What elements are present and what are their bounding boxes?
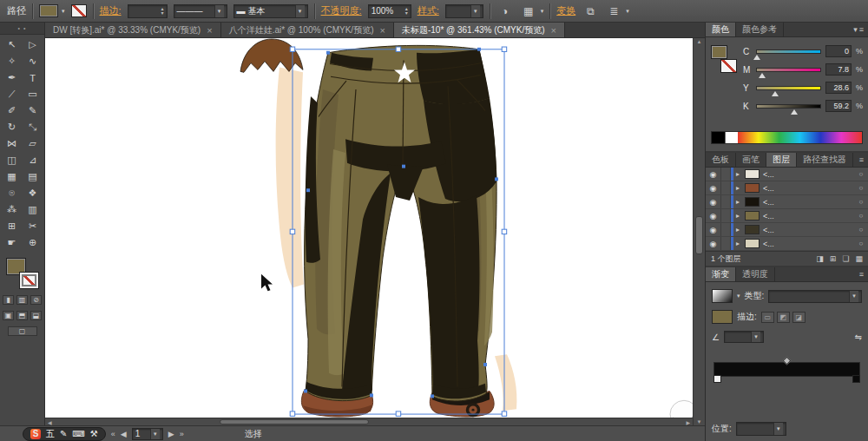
panel-tab-颜色参考[interactable]: 颜色参考 [736,23,784,36]
slider-value-input[interactable]: 7.8 [825,63,852,76]
layer-expand-triangle[interactable]: ▸ [736,240,745,247]
draw-inside-button[interactable]: ⬓ [30,311,42,320]
column-graph-tool[interactable]: ▥ [23,201,43,218]
recolor-artwork-icon[interactable]: ◑ [496,3,514,19]
screen-mode-button[interactable]: ▢ [8,326,37,336]
panel-tab-色板[interactable]: 色板 [706,153,736,167]
dropdown-icon[interactable]: ▾ [541,8,544,15]
layer-target-circle[interactable]: ○ [854,212,868,220]
color-spectrum[interactable] [711,131,863,144]
layer-visibility-toggle[interactable]: ◉ [706,195,721,208]
pencil-tool[interactable]: ✎ [23,102,43,119]
slider-value-input[interactable]: 28.6 [825,82,852,94]
panel-tab-图层[interactable]: 图层 [766,153,797,167]
gradient-angle-combo[interactable]: ▾ [724,331,764,343]
layer-target-circle[interactable]: ○ [854,170,868,178]
hand-tool[interactable]: ☛ [2,234,23,251]
slider-track[interactable] [756,104,821,109]
eyedropper-tool[interactable]: ⌾ [2,185,23,201]
magic-wand-tool[interactable]: ✧ [2,53,23,69]
last-artboard-button[interactable]: » [180,430,184,438]
color-button[interactable]: ▮ [3,295,14,305]
layer-target-circle[interactable]: ○ [854,198,868,206]
layer-target-circle[interactable]: ○ [854,226,868,234]
horizontal-scroll-thumb[interactable] [220,419,369,425]
floating-ball[interactable] [670,400,693,418]
gradient-panel-menu-icon[interactable]: ≡ [855,267,868,281]
direct-selection-tool[interactable]: ▷ [23,36,43,53]
layer-target-circle[interactable]: ○ [854,240,868,247]
gradient-along-stroke-button[interactable]: ◩ [777,312,790,323]
layer-lock-cell[interactable] [721,181,731,194]
new-layer-button[interactable]: ❏ [842,254,849,263]
lasso-tool[interactable]: ∿ [23,53,43,69]
symbol-sprayer-tool[interactable]: ⁂ [2,201,23,218]
canvas[interactable] [45,38,693,418]
make-clipping-mask-button[interactable]: ◨ [816,254,824,263]
dropdown-icon[interactable]: ▾ [849,291,858,302]
none-button[interactable]: ⊘ [30,295,42,305]
layer-visibility-toggle[interactable]: ◉ [706,168,721,181]
color-panel-menu-icon[interactable]: ▾ ≡ [849,23,868,36]
layer-expand-triangle[interactable]: ▸ [736,198,745,206]
gradient-type-combo[interactable]: ▾ [768,290,862,303]
ime-pen-icon[interactable]: ✎ [60,429,67,438]
paintbrush-tool[interactable]: ✐ [2,102,23,119]
artwork-pants[interactable] [305,45,497,401]
ime-mode-label[interactable]: 五 [46,428,55,440]
ime-toolbar[interactable]: S 五 ✎⌨⚒ [23,427,106,441]
width-profile-combo[interactable]: ——— ▾ [174,4,227,18]
type-tool[interactable]: T [23,69,43,86]
draw-normal-button[interactable]: ▣ [3,311,14,320]
stroke-link[interactable]: 描边: [100,4,122,17]
gradient-position-combo[interactable]: ▾ [736,422,786,436]
fill-stroke-control[interactable] [6,258,39,289]
gradient-tool[interactable]: ▤ [23,168,43,185]
color-fill-stroke-indicator[interactable] [711,45,737,73]
panel-tab-渐变[interactable]: 渐变 [706,267,736,281]
slider-thumb[interactable] [759,73,766,78]
layer-lock-cell[interactable] [721,209,731,222]
gradient-stop-left[interactable] [713,375,721,383]
layer-expand-triangle[interactable]: ▸ [736,184,745,192]
spectrum-bar[interactable] [738,132,862,143]
layer-row[interactable]: ◉▸<...○ [706,181,868,195]
layer-expand-triangle[interactable]: ▸ [736,170,745,178]
layer-visibility-toggle[interactable]: ◉ [706,181,721,194]
artboard-tool[interactable]: ⊞ [2,218,23,234]
document-tab[interactable]: 未标题-10* @ 361.43% (CMYK/预览)× [394,23,565,37]
width-tool[interactable]: ⋈ [2,135,23,152]
stroke-weight-spinner[interactable]: ▴▾ [161,7,164,16]
layer-lock-cell[interactable] [721,168,731,181]
panel-tab-路径查找器[interactable]: 路径查找器 [797,153,853,167]
brush-definition-combo[interactable]: ▬ 基本 ▾ [233,4,308,18]
slider-value-input[interactable]: 0 [825,45,852,57]
layer-target-circle[interactable]: ○ [854,184,868,192]
scroll-left-arrow[interactable]: ◀ [48,419,52,425]
rotate-tool[interactable]: ↻ [2,119,23,135]
opacity-combo[interactable]: 100% ▴▾ [368,4,411,18]
prev-artboard-button[interactable]: ◀ [121,430,127,438]
transform-link[interactable]: 变换 [556,4,575,17]
horizontal-scrollbar[interactable]: ◀ ▶ [45,418,693,425]
gradient-preview-swatch[interactable] [712,289,733,303]
slider-thumb[interactable] [791,109,798,115]
fill-indicator[interactable] [711,45,727,59]
spin-down-icon[interactable]: ▾ [161,11,164,16]
gradient-in-stroke-button[interactable]: ▭ [761,312,774,323]
stroke-gradient-swatch[interactable] [712,310,733,324]
layer-expand-triangle[interactable]: ▸ [736,212,745,220]
scroll-up-arrow[interactable]: ▲ [697,39,702,44]
zoom-tool[interactable]: ⊕ [23,234,43,251]
layers-panel-menu-icon[interactable]: ≡ [855,153,868,167]
tab-close-button[interactable]: × [551,25,556,36]
slice-tool[interactable]: ✂ [23,218,43,234]
dropdown-icon[interactable]: ▾ [751,332,760,342]
dropdown-icon[interactable]: ▾ [150,429,160,439]
ime-keyboard-icon[interactable]: ⌨ [72,429,84,438]
slider-track[interactable] [756,86,821,90]
slider-track[interactable] [756,49,821,54]
stroke-indicator[interactable] [720,59,737,73]
layer-lock-cell[interactable] [721,237,731,250]
dropdown-icon[interactable]: ▾ [295,5,305,17]
